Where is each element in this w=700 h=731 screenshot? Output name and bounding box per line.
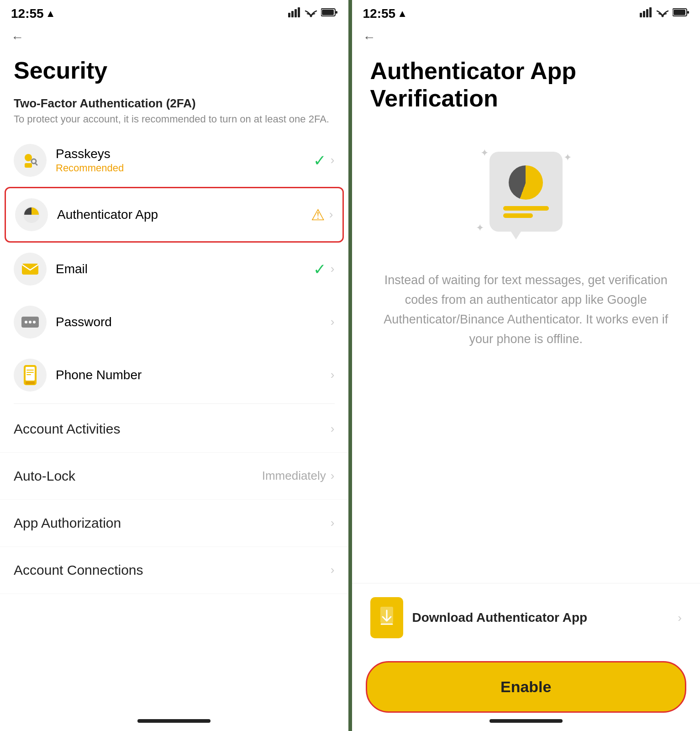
auth-illustration-container: ✦ ✦ ✦: [352, 120, 700, 266]
svg-rect-9: [25, 163, 32, 168]
svg-rect-0: [288, 13, 290, 17]
passkeys-chevron-icon: ›: [331, 153, 335, 167]
tfa-item-password[interactable]: Password ›: [5, 296, 344, 349]
wifi-icon-left: [305, 7, 317, 20]
authenticator-warn-icon: ⚠: [311, 206, 325, 224]
phone-icon: [14, 359, 47, 392]
menu-list: Account Activities › Auto-Lock Immediate…: [0, 406, 348, 594]
status-bar-left: 12:55 ▲: [0, 0, 348, 25]
svg-point-15: [25, 321, 27, 323]
status-icons-right: [640, 7, 689, 20]
email-check-icon: ✓: [313, 260, 326, 278]
svg-rect-24: [640, 13, 642, 17]
authenticator-status: ⚠ ›: [311, 206, 333, 224]
authenticator-chevron-icon: ›: [329, 207, 333, 222]
svg-point-8: [25, 154, 32, 161]
svg-rect-1: [291, 11, 294, 17]
svg-point-4: [310, 15, 312, 17]
spacer: [352, 363, 700, 556]
tfa-item-authenticator[interactable]: Authenticator App ⚠ ›: [5, 187, 344, 243]
separator-1: [14, 403, 335, 404]
svg-rect-21: [26, 370, 34, 371]
email-text: Email: [56, 262, 313, 276]
menu-item-auto-lock[interactable]: Auto-Lock Immediately ›: [0, 453, 348, 500]
back-button-left[interactable]: ←: [0, 25, 348, 48]
svg-point-28: [662, 15, 664, 17]
sparkle-1: ✦: [480, 147, 489, 159]
download-label: Download Authenticator App: [412, 610, 588, 625]
home-indicator-left: [137, 719, 211, 723]
svg-rect-30: [674, 10, 685, 15]
svg-rect-23: [26, 374, 31, 375]
tfa-item-phone[interactable]: Phone Number ›: [5, 349, 344, 402]
tfa-item-email[interactable]: Email ✓ ›: [5, 243, 344, 296]
download-row[interactable]: Download Authenticator App ›: [352, 583, 700, 652]
svg-rect-2: [295, 9, 297, 17]
right-page-title: Authenticator App Verification: [352, 48, 700, 120]
authenticator-icon: [15, 198, 48, 231]
svg-point-17: [33, 321, 36, 323]
page-title-left: Security: [0, 48, 348, 88]
auth-bars: [503, 206, 549, 218]
tfa-section-sub: To protect your account, it is recommend…: [0, 112, 348, 134]
account-activities-chevron-icon: ›: [331, 422, 335, 436]
auth-bar-2: [503, 213, 533, 218]
menu-item-app-authorization[interactable]: App Authorization ›: [0, 500, 348, 547]
left-panel: 12:55 ▲ ← Security Two-Factor Authentica…: [0, 0, 348, 731]
tfa-item-passkeys[interactable]: Passkeys Recommended ✓ ›: [5, 134, 344, 187]
right-panel: 12:55 ▲ ← Authenticator App Verification…: [352, 0, 700, 731]
auth-bar-1: [503, 206, 549, 211]
battery-icon-right: [673, 8, 689, 20]
panel-divider: [348, 0, 352, 731]
download-chevron-icon: ›: [678, 611, 682, 625]
svg-rect-7: [336, 11, 337, 14]
app-authorization-chevron-icon: ›: [331, 516, 335, 530]
passkeys-icon: [14, 144, 47, 177]
svg-rect-25: [643, 11, 645, 17]
enable-button[interactable]: Enable: [366, 661, 687, 713]
passkeys-check-icon: ✓: [313, 151, 326, 170]
tfa-section-label: Two-Factor Authentication (2FA): [0, 88, 348, 112]
sparkle-2: ✦: [563, 152, 572, 164]
svg-line-11: [35, 163, 37, 165]
authenticator-text: Authenticator App: [57, 207, 311, 222]
password-text: Password: [56, 315, 331, 329]
password-chevron-icon: ›: [331, 315, 335, 329]
email-chevron-icon: ›: [331, 262, 335, 276]
auth-description: Instead of waiting for text messages, ge…: [352, 266, 700, 363]
email-icon: [14, 253, 47, 286]
svg-rect-3: [298, 7, 300, 17]
time-right: 12:55: [363, 6, 396, 21]
location-icon-right: ▲: [397, 8, 407, 20]
wifi-icon-right: [656, 7, 669, 20]
signal-icon-left: [288, 7, 301, 20]
svg-rect-20: [26, 381, 35, 384]
location-icon-left: ▲: [46, 8, 56, 20]
phone-status: ›: [331, 368, 335, 382]
auto-lock-chevron-icon: ›: [331, 469, 335, 483]
svg-point-16: [29, 321, 32, 323]
auth-phone-bg: [489, 152, 563, 232]
passkeys-status: ✓ ›: [313, 151, 335, 170]
battery-icon-left: [321, 8, 337, 20]
phone-chevron-icon: ›: [331, 368, 335, 382]
signal-icon-right: [640, 7, 653, 20]
auth-illustration: ✦ ✦ ✦: [476, 143, 576, 252]
menu-item-account-activities[interactable]: Account Activities ›: [0, 406, 348, 453]
phone-text: Phone Number: [56, 368, 331, 382]
svg-rect-22: [26, 372, 34, 373]
auth-pie-chart: [509, 165, 543, 200]
svg-rect-13: [22, 264, 38, 275]
menu-item-account-connections[interactable]: Account Connections ›: [0, 547, 348, 594]
account-connections-chevron-icon: ›: [331, 563, 335, 577]
time-left: 12:55: [11, 6, 44, 21]
svg-rect-27: [649, 7, 652, 17]
svg-rect-31: [687, 11, 689, 14]
email-status: ✓ ›: [313, 260, 335, 278]
svg-rect-6: [322, 10, 334, 15]
back-button-right[interactable]: ←: [352, 25, 700, 48]
sparkle-3: ✦: [476, 222, 484, 234]
password-icon: [14, 306, 47, 339]
tfa-list: Passkeys Recommended ✓ › Authenticator A…: [0, 134, 348, 402]
home-indicator-right: [489, 719, 563, 723]
